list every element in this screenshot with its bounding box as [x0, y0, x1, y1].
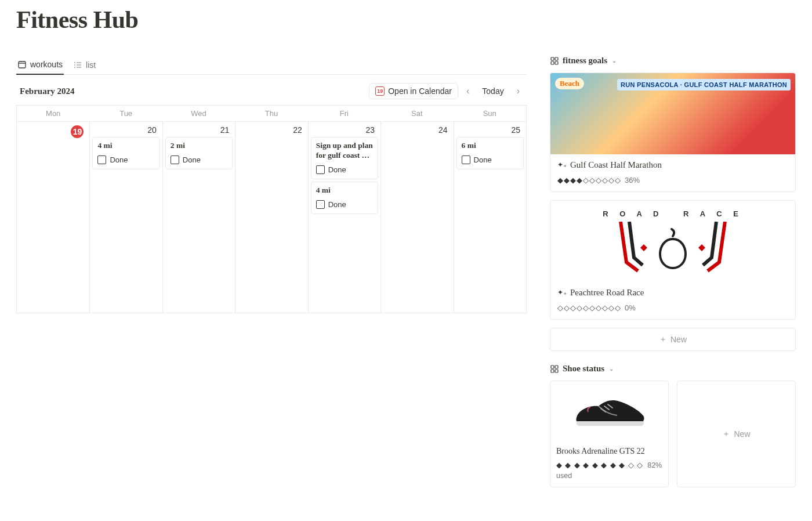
svg-point-4	[74, 67, 75, 68]
goal-card[interactable]: ✦₊ Gulf Coast Half Marathon ◆◆◆◆◇◇◇◇◇◇ 3…	[550, 73, 796, 192]
sparkle-icon: ✦₊	[557, 161, 567, 169]
day-number: 20	[92, 124, 160, 137]
shoe-progress: ◆ ◆ ◆ ◆ ◆ ◆ ◆ ◆ ◇ ◇ 82% used	[556, 461, 662, 481]
calendar-cell-mon[interactable]: 19	[17, 121, 89, 313]
day-number: 24	[383, 124, 451, 137]
checkbox-icon[interactable]	[316, 165, 325, 174]
event-done-row[interactable]: Done	[171, 155, 227, 164]
shoe-cover-image	[550, 381, 668, 442]
svg-rect-14	[551, 370, 554, 372]
shoe-title-label: Brooks Adrenaline GTS 22	[556, 447, 662, 456]
sparkle-icon: ✦₊	[557, 288, 567, 297]
progress-percent: 36%	[625, 176, 640, 184]
event-title: 2 mi	[171, 141, 227, 151]
shoe-header-label: Shoe status	[563, 364, 604, 374]
calendar-cell-tue[interactable]: 20 4 mi Done	[89, 121, 162, 313]
progress-percent: 0%	[625, 303, 636, 312]
done-label: Done	[474, 155, 492, 164]
new-label: New	[670, 335, 687, 344]
svg-rect-10	[551, 61, 554, 64]
svg-rect-0	[19, 61, 26, 68]
done-label: Done	[328, 200, 346, 209]
dow-mon: Mon	[17, 106, 89, 121]
goals-view-selector[interactable]: fitness goals ⌄	[550, 56, 796, 66]
checkbox-icon[interactable]	[462, 155, 470, 164]
plus-icon: ＋	[659, 334, 667, 345]
new-goal-button[interactable]: ＋ New	[550, 328, 796, 351]
view-tabs: workouts list	[16, 56, 527, 75]
page-title: Fitness Hub	[16, 6, 796, 34]
svg-rect-13	[555, 366, 558, 368]
event-done-row[interactable]: Done	[316, 200, 373, 209]
calendar-cell-thu[interactable]: 22	[235, 121, 307, 313]
day-number: 23	[311, 124, 378, 137]
goals-header-label: fitness goals	[563, 56, 607, 66]
new-label: New	[734, 429, 750, 439]
svg-point-2	[74, 62, 75, 63]
goal-card[interactable]: R O A D R A C E ✦₊ Peachtree Road Race	[550, 200, 796, 320]
done-label: Done	[110, 155, 128, 164]
chevron-down-icon: ⌄	[609, 366, 614, 372]
calendar-event[interactable]: 2 mi Done	[165, 137, 233, 169]
next-week-button[interactable]: ›	[513, 84, 523, 99]
day-number: 22	[238, 124, 305, 137]
calendar-icon	[17, 60, 27, 69]
gallery-icon	[550, 364, 559, 374]
new-shoe-button[interactable]: ＋ New	[677, 381, 796, 487]
progress-diamonds: ◆ ◆ ◆ ◆ ◆ ◆ ◆ ◆ ◇ ◇	[556, 461, 643, 469]
goal-title-label: Peachtree Road Race	[570, 288, 644, 298]
goal-cover-image: R O A D R A C E	[550, 201, 795, 282]
calendar-cell-wed[interactable]: 21 2 mi Done	[162, 121, 235, 313]
prev-week-button[interactable]: ‹	[463, 84, 473, 99]
event-title: 6 mi	[462, 141, 519, 151]
plus-icon: ＋	[722, 429, 730, 439]
dow-tue: Tue	[89, 106, 162, 121]
checkbox-icon[interactable]	[97, 155, 106, 164]
dow-fri: Fri	[308, 106, 380, 121]
dow-thu: Thu	[235, 106, 307, 121]
calendar-event[interactable]: 4 mi Done	[92, 137, 160, 169]
today-button[interactable]: Today	[477, 84, 508, 98]
calendar-cell-sat[interactable]: 24	[380, 121, 453, 313]
cover-text: R O A D R A C E	[603, 209, 743, 218]
dow-sun: Sun	[454, 106, 526, 121]
calendar-event[interactable]: 4 mi Done	[311, 182, 378, 214]
shoe-card[interactable]: Brooks Adrenaline GTS 22 ◆ ◆ ◆ ◆ ◆ ◆ ◆ ◆…	[550, 381, 669, 487]
calendar-cell-sun[interactable]: 25 6 mi Done	[454, 121, 526, 313]
checkbox-icon[interactable]	[171, 155, 179, 164]
checkbox-icon[interactable]	[316, 200, 325, 209]
goal-progress: ◇◇◇◇◇◇◇◇◇◇ 0%	[557, 303, 788, 312]
svg-rect-9	[555, 57, 558, 60]
done-label: Done	[328, 165, 346, 174]
calendar-cell-fri[interactable]: 23 Sign up and plan for gulf coast … Don…	[308, 121, 380, 313]
event-done-row[interactable]: Done	[316, 165, 373, 174]
tab-workouts-label: workouts	[30, 60, 63, 69]
svg-rect-12	[551, 366, 554, 368]
day-number: 25	[456, 124, 524, 137]
svg-point-3	[74, 64, 75, 66]
chevron-down-icon: ⌄	[612, 57, 617, 64]
progress-diamonds: ◇◇◇◇◇◇◇◇◇◇	[557, 303, 621, 312]
event-done-row[interactable]: Done	[462, 155, 519, 164]
event-title: Sign up and plan for gulf coast …	[316, 141, 373, 161]
tab-list[interactable]: list	[72, 56, 97, 75]
svg-rect-8	[551, 57, 554, 60]
dow-sat: Sat	[380, 106, 453, 121]
calendar-event[interactable]: Sign up and plan for gulf coast … Done	[311, 137, 378, 179]
calendar-grid: Mon Tue Wed Thu Fri Sat Sun 19 20 4 mi	[16, 105, 527, 313]
tab-list-label: list	[86, 60, 96, 70]
shoe-view-selector[interactable]: Shoe status ⌄	[550, 364, 796, 374]
done-label: Done	[183, 155, 201, 164]
goal-cover-image	[550, 73, 795, 154]
open-in-calendar-button[interactable]: 19 Open in Calendar	[369, 83, 458, 99]
day-number: 21	[165, 124, 233, 137]
svg-rect-15	[555, 370, 558, 372]
event-done-row[interactable]: Done	[97, 155, 154, 164]
dow-wed: Wed	[162, 106, 235, 121]
svg-rect-11	[555, 61, 558, 64]
goal-progress: ◆◆◆◆◇◇◇◇◇◇ 36%	[557, 176, 788, 184]
calendar-event[interactable]: 6 mi Done	[456, 137, 524, 169]
tab-workouts[interactable]: workouts	[16, 56, 64, 75]
list-icon	[73, 60, 82, 70]
gallery-icon	[550, 56, 559, 66]
